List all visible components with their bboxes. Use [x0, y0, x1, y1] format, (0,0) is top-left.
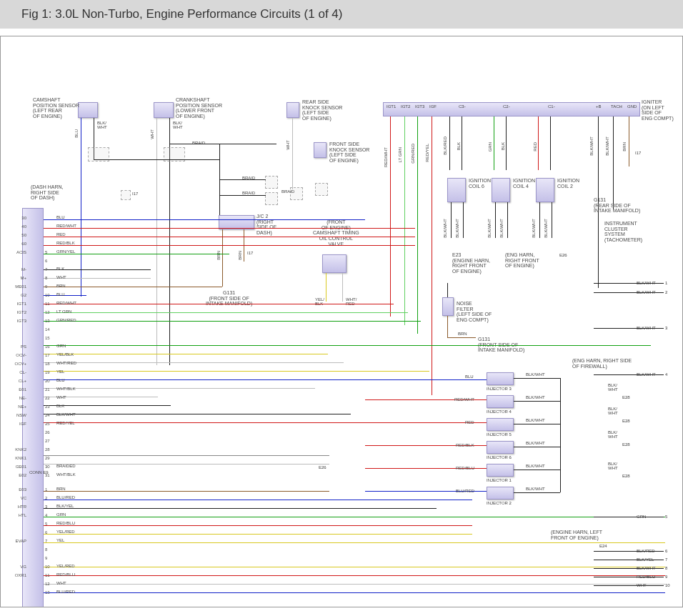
ecu-pin-sig-6: M-	[6, 267, 26, 272]
right-out-num-6: 7	[665, 557, 667, 562]
ecu-pin-col-30: WHT/BLK	[56, 472, 76, 477]
ecu-pin-sig-0: 30	[6, 216, 26, 220]
ecu-pin-sig-17: OCV+	[6, 362, 26, 366]
ecu-pin-sig-1: 40	[6, 224, 26, 229]
cam-wire-blkwht: BLK/ WHT	[97, 121, 107, 129]
crankshaft-pos-sensor	[154, 102, 174, 118]
injector-5	[487, 418, 514, 431]
ecu-pin-sig-33: VC	[6, 496, 26, 500]
ecu-pin-sig-42: OXR1	[6, 573, 26, 577]
ecu-pin-col-37: YEL/RED	[56, 530, 75, 534]
figure-title: Fig 1: 3.0L Non-Turbo, Engine Performanc…	[0, 0, 683, 29]
coil-wire-1: BLK/WHT	[443, 219, 447, 238]
ecu-pin-num-22: 23	[45, 404, 52, 409]
igniter-wire-blk2: BLK	[501, 142, 505, 150]
ecu-pin-sig-21: NE-	[6, 396, 26, 400]
front-knock-sensor-label: FRONT SIDE KNOCK SENSOR (LEFT SIDE OF EN…	[329, 141, 369, 164]
ecu-pin-num-24: 25	[45, 422, 52, 426]
ecu-pin-col-29: BRAIDED	[56, 464, 76, 468]
ecu-pin-col-44: BLU/RED	[56, 590, 75, 594]
ecu-pin-col-3: RED/BLK	[56, 241, 75, 245]
ecu-pin-sig-11: IGT2	[6, 310, 26, 314]
ecu-pin-sig-38: EVAP	[6, 539, 26, 543]
brn-a-label: BRN	[216, 251, 221, 260]
ecu-pin-sig-12: IGT3	[6, 319, 26, 323]
ecu-pin-num-10: 11	[45, 302, 52, 306]
cam-wire-blu: BLU	[74, 129, 79, 138]
ecu-pin-sig-8: ME01	[6, 284, 26, 289]
injector-3-label: INJECTOR 3	[487, 387, 512, 392]
injector-5-label: INJECTOR 5	[487, 432, 512, 437]
braid-conn-2	[265, 192, 278, 205]
igniter-pin-igt3: IGT3	[415, 104, 424, 109]
eng-harn-left-label: (ENGINE HARN, LEFT FRONT OF ENGINE)	[551, 530, 602, 540]
ecu-pin-num-15: 16	[45, 344, 52, 349]
ecu-pin-col-19: BLU	[56, 378, 65, 382]
inj-out-1: BLK/WHT	[526, 464, 545, 468]
ecu-pin-num-26: 27	[45, 439, 52, 443]
valve-wire-whtred: WHT/ RED	[346, 297, 357, 306]
ecu-pin-num-11: 12	[45, 310, 52, 314]
ecu-pin-col-6: BLK	[56, 267, 64, 271]
eng-harn-e26-label: (ENG HARN, RIGHT FRONT OF ENGINE)	[505, 252, 539, 269]
e28-b: E28	[622, 419, 630, 424]
ecu-pin-num-7: 8	[45, 276, 52, 280]
ecu-pin-col-43: WHT	[56, 581, 66, 585]
ignition-coil-2-label: IGNITION COIL 2	[557, 178, 579, 189]
g131-rear-label: G131 (REAR SIDE OF INTAKE MANIFOLD)	[594, 197, 640, 214]
igniter-label: IGNITER (ON LEFT SIDE OF ENG COMPT)	[642, 99, 674, 121]
igniter-pin-gnd: GND	[627, 104, 637, 109]
igniter-wire-blkwht1: BLK/WHT	[589, 136, 594, 156]
ecu-pin-col-24: RED/YEL	[56, 421, 75, 425]
ecu-pin-num-18: 19	[45, 370, 52, 374]
right-out-num-1: 2	[665, 290, 667, 294]
igniter-wire-blk1: BLK	[457, 142, 461, 150]
ecu-pin-col-15: GRN	[56, 344, 66, 348]
ecu-pin-num-36: 5	[45, 522, 52, 526]
igniter-pin-igt1: IGT1	[387, 104, 396, 109]
cam-timing-valve-label: (FRONT OF ENGINE) CAMSHAFT TIMING OIL CO…	[313, 219, 359, 247]
ecu-pin-num-17: 18	[45, 362, 52, 366]
ecu-pin-num-44: 13	[45, 590, 52, 595]
ecu-pin-col-1: RED/WHT	[56, 224, 76, 228]
ecu-pin-col-2: RED	[56, 232, 66, 237]
i17-conn-label: I17	[132, 192, 138, 197]
right-out-num-0: 1	[665, 281, 667, 285]
ecu-pin-sig-28: KNK1	[6, 456, 26, 460]
coil-wire-5: BLK/WHT	[532, 219, 536, 238]
ecu-pin-num-43: 12	[45, 582, 52, 586]
camshaft-pos-sensor	[78, 102, 98, 118]
ecu-pin-col-35: GRN	[56, 512, 66, 517]
inj-bus-out2-a: BLK/ WHT	[608, 383, 618, 392]
i17-jc2: I17	[247, 251, 253, 256]
front-knock-sensor	[314, 142, 326, 158]
noise-brn: BRN	[458, 332, 467, 336]
braid-4: BRAID	[281, 189, 294, 194]
right-out-num-3: 4	[665, 372, 667, 377]
ecu-pin-col-41: YEL/RED	[56, 564, 75, 568]
ecu-pin-num-32: 1	[45, 487, 52, 492]
ecu-pin-num-42: 11	[45, 573, 52, 577]
ecu-pin-num-4: 5	[45, 250, 52, 254]
igniter-wire-blkred: BLK/RED	[443, 136, 447, 155]
ecu-pin-num-37: 6	[45, 530, 52, 535]
ecu-pin-sig-22: NE+	[6, 404, 26, 409]
igniter-pin-igf: IGF	[429, 104, 437, 109]
coil-wire-3: BLK/WHT	[487, 219, 492, 238]
ecu-pin-num-28: 29	[45, 456, 52, 460]
ecu-pin-sig-41: VG	[6, 565, 26, 569]
inj-in-6: RED/BLK	[456, 443, 474, 447]
crankshaft-pos-sensor-label: CRANKSHAFT POSITION SENSOR (LOWER FRONT …	[176, 97, 222, 119]
ecu-pin-sig-3: 60	[6, 242, 26, 246]
ecu-pin-col-16: YEL/BLK	[56, 352, 74, 357]
ecu-pin-num-16: 17	[45, 353, 52, 357]
cam-timing-valve	[322, 254, 347, 273]
ecu-pin-num-9: 10	[45, 293, 52, 297]
ecu-pin-num-40: 9	[45, 556, 52, 560]
wiring-diagram: CAMSHAFT POSITION SENSOR (LEFT REAR OF E…	[0, 36, 683, 607]
ecu-pin-col-17: WHT/RED	[56, 361, 76, 365]
ecu-pin-num-38: 7	[45, 539, 52, 543]
ecu-pin-col-36: RED/BLU	[56, 521, 75, 525]
igniter-pin-c3: C3-	[459, 104, 466, 109]
rear-knock-sensor-label: REAR SIDE KNOCK SENSOR (LEFT SIDE OF ENG…	[302, 99, 342, 121]
